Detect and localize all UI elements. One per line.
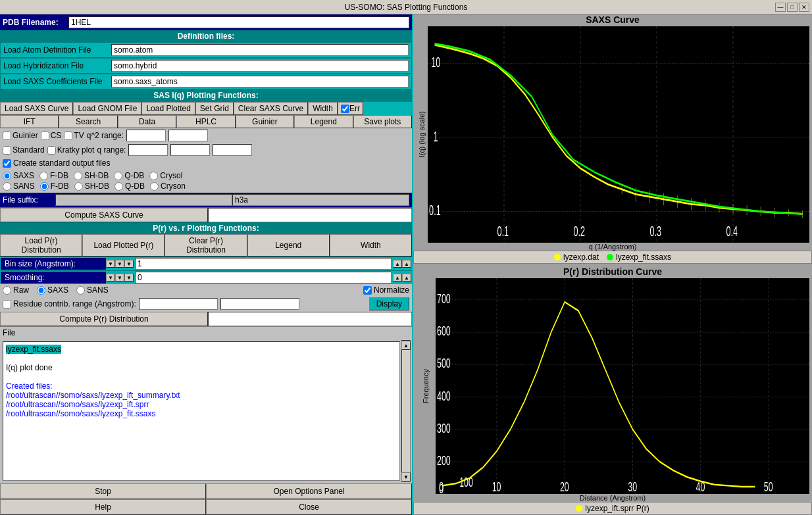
residue-check-label[interactable]: Residue contrib. range (Angstrom):: [3, 299, 136, 308]
clear-saxs-btn[interactable]: Clear SAXS Curve: [234, 102, 308, 115]
fdb2-radio-label[interactable]: F-DB: [40, 182, 69, 191]
pr-sans-radio-label[interactable]: SANS: [76, 285, 109, 295]
ift-btn[interactable]: IFT: [0, 115, 59, 128]
scroll-up-btn[interactable]: ▲: [401, 341, 411, 350]
load-plotted-pr-btn[interactable]: Load Plotted P(r): [82, 234, 165, 257]
residue-input2[interactable]: [220, 298, 299, 310]
residue-input1[interactable]: [139, 298, 218, 310]
raw-radio-label[interactable]: Raw: [3, 285, 29, 295]
data-btn[interactable]: Data: [118, 115, 176, 128]
bin-down3-btn[interactable]: ▼: [124, 260, 134, 268]
width-btn[interactable]: Width: [308, 102, 338, 115]
load-saxs-curve-btn[interactable]: Load SAXS Curve: [0, 102, 73, 115]
scroll-down-btn[interactable]: ▼: [401, 472, 411, 481]
cs-checkbox[interactable]: [41, 132, 49, 140]
cryson-radio[interactable]: [150, 182, 159, 191]
saxs-radio[interactable]: [3, 172, 11, 180]
maximize-button[interactable]: □: [787, 3, 798, 12]
hybrid-value[interactable]: [111, 60, 409, 72]
err-checkbox[interactable]: [341, 105, 349, 113]
atom-def-value[interactable]: [111, 44, 409, 56]
pr-saxs-radio-label[interactable]: SAXS: [37, 285, 68, 295]
save-plots-btn[interactable]: Save plots: [353, 115, 412, 128]
help-btn[interactable]: Help: [0, 499, 206, 515]
qdb1-radio-label[interactable]: Q-DB: [114, 171, 144, 180]
smooth-down-btn[interactable]: ▼: [106, 274, 115, 282]
bin-down2-btn[interactable]: ▼: [115, 260, 124, 268]
shdb1-radio[interactable]: [74, 172, 82, 180]
load-gnom-btn[interactable]: Load GNOM File: [73, 102, 141, 115]
qdb2-radio-label[interactable]: Q-DB: [114, 182, 145, 191]
qdb2-radio[interactable]: [114, 182, 123, 191]
log-area[interactable]: lyzexp_fit.ssaxs I(q) plot done Created …: [3, 341, 400, 481]
load-saxs-coeff-btn[interactable]: Load SAXS Coefficients File: [0, 74, 412, 89]
pdb-input[interactable]: [68, 16, 409, 28]
normalize-checkbox[interactable]: [363, 286, 372, 295]
fdb2-radio[interactable]: [40, 182, 49, 191]
minimize-button[interactable]: —: [775, 3, 786, 12]
raw-radio[interactable]: [3, 286, 11, 295]
suffix-input[interactable]: [55, 194, 232, 206]
pr-sans-radio[interactable]: [76, 286, 85, 295]
shdb2-radio[interactable]: [74, 182, 83, 191]
cryson-radio-label[interactable]: Cryson: [150, 182, 186, 191]
hplc-btn[interactable]: HPLC: [176, 115, 235, 128]
kratky-check-label[interactable]: Kratky plot: [47, 145, 95, 155]
create-standard-label[interactable]: Create standard output files: [3, 159, 110, 168]
shdb2-radio-label[interactable]: SH-DB: [74, 182, 109, 191]
q-range-input3[interactable]: [213, 144, 252, 156]
compute-pr-btn[interactable]: Compute P(r) Distribution: [0, 312, 208, 326]
pr-legend-btn[interactable]: Legend: [247, 234, 330, 257]
log-scrollbar[interactable]: ▲ ▼: [401, 340, 411, 482]
load-hybrid-btn[interactable]: Load Hybridization File: [0, 58, 412, 74]
bin-down-btn[interactable]: ▼: [106, 260, 115, 268]
saxs-radio-label[interactable]: SAXS: [3, 171, 34, 180]
legend-btn[interactable]: Legend: [294, 115, 353, 128]
open-options-btn[interactable]: Open Options Panel: [206, 483, 412, 499]
standard-check-label[interactable]: Standard: [3, 145, 45, 155]
compute-saxs-output[interactable]: [208, 208, 412, 222]
q2-range-input1[interactable]: [126, 130, 166, 141]
compute-saxs-btn[interactable]: Compute SAXS Curve: [0, 208, 208, 222]
tv-checkbox[interactable]: [64, 132, 72, 140]
shdb1-radio-label[interactable]: SH-DB: [74, 171, 109, 180]
close-button[interactable]: ✕: [799, 3, 809, 12]
load-pr-dist-btn[interactable]: Load P(r) Distribution: [0, 234, 82, 257]
kratky-checkbox[interactable]: [47, 146, 56, 155]
compute-pr-output[interactable]: [208, 312, 412, 326]
bin-up-btn[interactable]: ▲: [393, 260, 402, 268]
search-btn[interactable]: Search: [59, 115, 117, 128]
smooth-up2-btn[interactable]: ▲: [402, 274, 411, 282]
load-atom-def-btn[interactable]: Load Atom Definition File: [0, 42, 412, 58]
load-plotted-btn[interactable]: Load Plotted: [141, 102, 195, 115]
standard-checkbox[interactable]: [3, 146, 11, 155]
smooth-down2-btn[interactable]: ▼: [115, 274, 124, 282]
pr-width-btn[interactable]: Width: [330, 234, 412, 257]
pr-saxs-radio[interactable]: [37, 286, 45, 295]
smooth-input[interactable]: [135, 272, 392, 283]
normalize-label[interactable]: Normalize: [363, 285, 409, 295]
guinier-btn[interactable]: Guinier: [236, 115, 294, 128]
suffix-value-input[interactable]: [232, 194, 409, 206]
crysol-radio-label[interactable]: Crysol: [149, 171, 182, 180]
guinier-checkbox[interactable]: [3, 132, 11, 140]
fdb1-radio[interactable]: [39, 172, 48, 180]
sans-radio[interactable]: [3, 182, 11, 191]
guinier-check-label[interactable]: Guinier: [3, 131, 38, 140]
crysol-radio[interactable]: [149, 172, 158, 180]
sans-radio-label[interactable]: SANS: [3, 182, 35, 191]
display-btn[interactable]: Display: [369, 297, 409, 310]
smooth-up-btn[interactable]: ▲: [393, 274, 402, 282]
stop-btn[interactable]: Stop: [0, 483, 206, 499]
saxs-coeff-value[interactable]: [111, 76, 409, 87]
smooth-down3-btn[interactable]: ▼: [124, 274, 134, 282]
qdb1-radio[interactable]: [114, 172, 122, 180]
q2-range-input2[interactable]: [168, 130, 208, 141]
set-grid-btn[interactable]: Set Grid: [195, 102, 234, 115]
cs-check-label[interactable]: CS: [41, 131, 62, 140]
err-checkbox-label[interactable]: Err: [338, 102, 363, 115]
clear-pr-dist-btn[interactable]: Clear P(r) Distribution: [165, 234, 247, 257]
bin-up2-btn[interactable]: ▲: [402, 260, 411, 268]
create-standard-checkbox[interactable]: [3, 159, 11, 168]
tv-check-label[interactable]: TV: [64, 131, 84, 140]
